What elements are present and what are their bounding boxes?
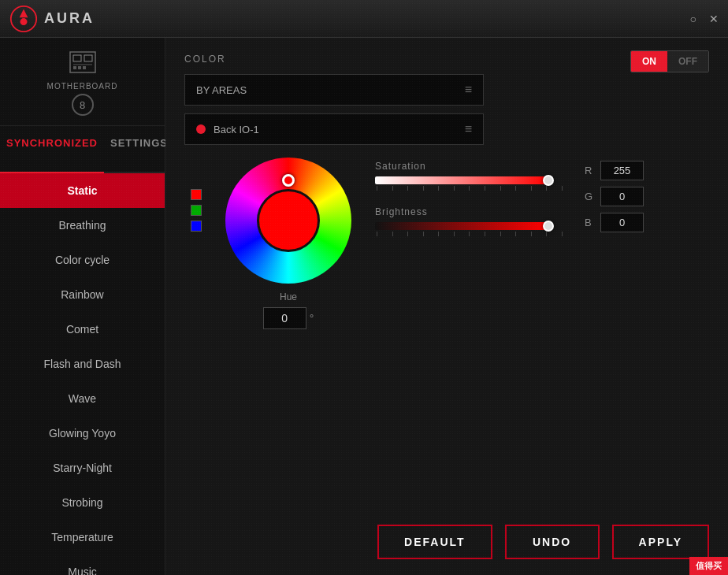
window-controls: ○ ✕: [690, 13, 719, 24]
degree-symbol: °: [310, 312, 314, 325]
g-label: G: [585, 191, 594, 202]
saturation-label: Saturation: [375, 161, 564, 172]
app-logo: AURA: [9, 5, 95, 33]
g-input[interactable]: [600, 187, 644, 206]
minimize-button[interactable]: ○: [690, 13, 696, 24]
motherboard-icon: [67, 47, 98, 79]
saturation-slider[interactable]: [375, 176, 564, 191]
sliders-rgb-container: Saturation: [375, 161, 644, 236]
undo-button[interactable]: UNDO: [505, 525, 600, 559]
color-swatches: [191, 189, 202, 232]
svg-point-2: [20, 18, 28, 25]
mode-strobing[interactable]: Strobing: [0, 485, 165, 520]
device-label: MOTHERBOARD: [47, 82, 118, 91]
motherboard-svg: [67, 47, 98, 79]
rog-icon: [9, 5, 38, 33]
sidebar: MOTHERBOARD 8 SYNCHRONIZED SETTINGS SHUT…: [0, 38, 165, 575]
content-area: ON OFF COLOR BY AREAS ≡ Back IO-1 ≡: [165, 38, 728, 575]
device-number: 8: [72, 94, 94, 116]
swatch-green[interactable]: [191, 205, 202, 216]
hue-input[interactable]: [263, 307, 306, 329]
rgb-b-row: B: [585, 213, 644, 232]
title-bar: AURA ○ ✕: [0, 0, 728, 38]
dropdown-row-1: BY AREAS ≡: [184, 74, 709, 106]
swatch-red[interactable]: [191, 189, 202, 200]
mode-starry-night[interactable]: Starry-Night: [0, 451, 165, 485]
chevron-down-icon-2: ≡: [465, 122, 472, 136]
mode-flash-and-dash[interactable]: Flash and Dash: [0, 347, 165, 381]
mode-music[interactable]: Music: [0, 555, 165, 575]
lighting-modes-list: Static Breathing Color cycle Rainbow Com…: [0, 173, 165, 575]
svg-rect-5: [84, 55, 92, 61]
apply-button[interactable]: APPLY: [612, 525, 709, 559]
app-title: AURA: [44, 10, 95, 27]
toggle-on-button[interactable]: ON: [631, 51, 667, 72]
onoff-toggle[interactable]: ON OFF: [630, 50, 709, 72]
areas-dropdown[interactable]: BY AREAS ≡: [184, 74, 484, 106]
zone-indicator: [196, 124, 206, 134]
svg-rect-4: [73, 55, 81, 61]
rgb-g-row: G: [585, 187, 644, 206]
svg-rect-8: [78, 66, 81, 69]
mode-comet[interactable]: Comet: [0, 312, 165, 347]
bottom-buttons: DEFAULT UNDO APPLY: [377, 525, 709, 559]
b-input[interactable]: [600, 213, 644, 232]
color-picker-section: Hue ° Saturation: [184, 158, 709, 329]
r-input[interactable]: [600, 161, 644, 180]
brightness-group: Brightness: [375, 206, 564, 236]
toggle-off-button[interactable]: OFF: [667, 51, 708, 72]
saturation-group: Saturation: [375, 161, 564, 191]
mode-glowing-yoyo[interactable]: Glowing Yoyo: [0, 416, 165, 451]
mode-breathing[interactable]: Breathing: [0, 208, 165, 243]
brightness-label: Brightness: [375, 206, 564, 217]
mode-temperature[interactable]: Temperature: [0, 520, 165, 555]
hue-label: Hue: [280, 291, 297, 302]
swatch-blue[interactable]: [191, 221, 202, 232]
zone-dropdown[interactable]: Back IO-1 ≡: [184, 113, 484, 145]
default-button[interactable]: DEFAULT: [377, 525, 492, 559]
mode-static[interactable]: Static: [0, 173, 165, 208]
svg-marker-1: [20, 9, 28, 17]
sliders-section: Saturation: [375, 161, 564, 236]
tab-navigation: SYNCHRONIZED SETTINGS SHUT DOWN: [0, 126, 165, 173]
dropdown-row-2: Back IO-1 ≡: [184, 113, 709, 145]
color-wheel-group: Hue °: [225, 158, 351, 329]
brightness-slider[interactable]: [375, 222, 564, 236]
svg-rect-7: [73, 66, 76, 69]
hue-section: Hue °: [263, 291, 314, 329]
rgb-r-row: R: [585, 161, 644, 180]
chevron-down-icon: ≡: [465, 83, 472, 97]
mode-color-cycle[interactable]: Color cycle: [0, 243, 165, 277]
main-container: MOTHERBOARD 8 SYNCHRONIZED SETTINGS SHUT…: [0, 38, 728, 575]
tab-synchronized[interactable]: SYNCHRONIZED: [0, 126, 104, 172]
b-label: B: [585, 217, 594, 228]
rgb-section: R G B: [585, 161, 644, 232]
device-section: MOTHERBOARD 8: [0, 38, 165, 126]
mode-rainbow[interactable]: Rainbow: [0, 277, 165, 312]
color-wheel[interactable]: [225, 158, 351, 284]
svg-rect-9: [83, 66, 86, 69]
r-label: R: [585, 165, 594, 176]
hue-input-row: °: [263, 307, 314, 329]
tab-settings[interactable]: SETTINGS: [104, 126, 174, 172]
mode-wave[interactable]: Wave: [0, 381, 165, 416]
watermark: 值得买: [689, 557, 728, 575]
close-button[interactable]: ✕: [709, 13, 719, 24]
